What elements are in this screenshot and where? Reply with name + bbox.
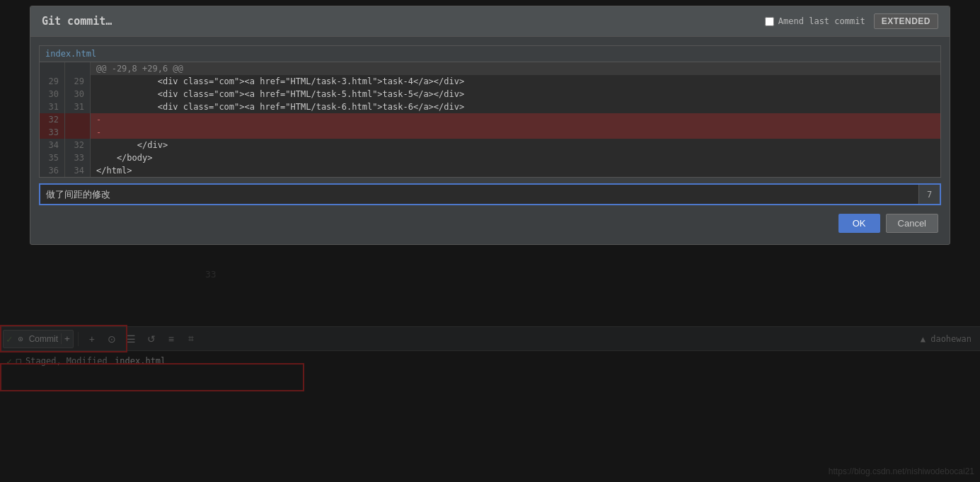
modal-header-controls: Amend last commit EXTENDED: [765, 13, 938, 29]
diff-line: 36 34 </html>: [40, 164, 940, 177]
modal-header: Git commit… Amend last commit EXTENDED: [30, 6, 950, 37]
diff-line: 34 32 </div>: [40, 139, 940, 151]
diff-line-removed: 32 -: [40, 113, 940, 126]
commit-message-counter: 7: [918, 185, 940, 204]
commit-message-input[interactable]: [40, 185, 918, 204]
diff-line: 31 31 <div class="com"><a href="HTML/tas…: [40, 101, 940, 113]
diff-line: 29 29 <div class="com"><a href="HTML/tas…: [40, 75, 940, 88]
diff-hunk-header: @@ -29,8 +29,6 @@: [40, 62, 940, 75]
diff-content: @@ -29,8 +29,6 @@ 29 29 <div class="com"…: [40, 62, 940, 177]
cancel-button[interactable]: Cancel: [886, 214, 938, 233]
diff-line-removed: 33 -: [40, 126, 940, 139]
diff-file-header: index.html: [40, 46, 940, 62]
commit-message-area: 7: [39, 183, 941, 205]
diff-line: 30 30 <div class="com"><a href="HTML/tas…: [40, 88, 940, 101]
diff-line: 35 33 </body>: [40, 151, 940, 164]
extended-button[interactable]: EXTENDED: [874, 13, 938, 29]
git-commit-modal: Git commit… Amend last commit EXTENDED i…: [30, 6, 950, 245]
amend-last-commit-label: Amend last commit: [765, 16, 865, 26]
ok-button[interactable]: OK: [838, 214, 880, 233]
amend-last-commit-checkbox[interactable]: [765, 17, 774, 26]
diff-container: index.html @@ -29,8 +29,6 @@ 29 29 <div …: [39, 45, 941, 178]
modal-title: Git commit…: [42, 15, 112, 28]
modal-footer: OK Cancel: [30, 214, 950, 233]
